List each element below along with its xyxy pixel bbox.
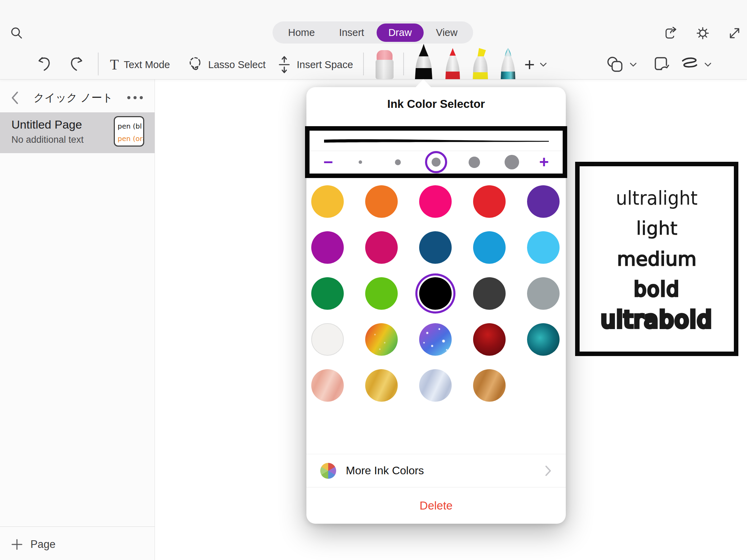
ink-color-swatch-rainbow-glitter[interactable] [365,323,398,356]
ink-color-swatch-teal-marble[interactable] [527,323,560,356]
thickness-dot-fill [395,159,401,165]
galaxy-pen-tool[interactable] [496,46,520,79]
page-thumbnail: pen (bl pen (ora [114,116,144,147]
ink-color-swatch-raspberry[interactable] [365,231,398,264]
ink-color-swatch-pink[interactable] [419,185,452,218]
ink-color-swatch-black[interactable] [419,277,452,310]
ellipsis-icon[interactable] [127,96,143,99]
undo-icon[interactable] [36,55,53,74]
more-ink-colors-row[interactable]: More Ink Colors [306,454,566,487]
thumb-line-black: pen (bl [118,120,143,132]
add-pen-button[interactable]: + [524,50,547,79]
toolbar-divider [363,53,364,75]
ink-color-swatch-lime-green[interactable] [365,277,398,310]
thickness-dot-3[interactable] [425,151,447,173]
delete-label: Delete [419,499,452,512]
insert-space-icon [277,55,292,74]
increase-thickness-button[interactable]: + [539,154,549,170]
popup-title: Ink Color Selector [306,97,566,111]
ink-color-swatch-dark-gray[interactable] [473,277,506,310]
ink-color-swatch-sky-blue[interactable] [527,231,560,264]
thickness-dot-fill [469,157,480,168]
weight-sample-bold: bold [634,274,680,305]
chevron-down-icon [540,62,547,67]
tab-insert[interactable]: Insert [327,24,376,42]
text-mode-icon: T [110,57,119,72]
ink-color-swatch-purple[interactable] [527,185,560,218]
add-page-label: Page [30,538,55,551]
weight-sample-light: light [636,213,677,244]
notebook-title: クイック ノート [19,91,127,105]
ink-replay-button[interactable] [680,50,712,79]
chevron-down-icon [704,62,712,67]
page-subtitle: No additional text [11,134,84,145]
red-pen-tool[interactable] [441,46,465,79]
eraser-tool[interactable] [372,46,397,79]
yellow-highlighter-tool[interactable] [468,46,492,79]
decrease-thickness-button[interactable]: − [323,154,333,170]
ribbon-tab-bar: HomeInsertDrawView [273,21,473,44]
weight-sample-medium: medium [617,244,697,274]
weight-sample-ultralight: ultralight [616,182,698,214]
ink-color-swatch-red-marble[interactable] [473,323,506,356]
thickness-selector: − + [310,151,563,173]
ink-color-swatch-gold[interactable] [365,369,398,402]
plus-icon [11,539,23,550]
thickness-dot-2[interactable] [388,152,408,172]
popup-caret [415,79,431,87]
shapes-icon [606,56,625,74]
search-icon[interactable] [9,26,24,41]
ink-color-swatch-yellow[interactable] [311,185,344,218]
text-mode-button[interactable]: T Text Mode [110,50,170,79]
chevron-down-icon [629,62,637,67]
page-list-item-selected[interactable]: Untitled Page No additional text pen (bl… [0,112,155,153]
weight-sample-ultrabold: ultrabold [601,305,712,335]
add-pen-icon: + [524,56,535,74]
sidebar-divider [0,526,155,527]
ink-color-grid [311,185,560,402]
sidebar-header: クイック ノート [0,83,155,112]
tab-home[interactable]: Home [276,24,326,42]
redo-icon[interactable] [68,55,85,74]
thickness-dot-5[interactable] [502,152,522,172]
delete-pen-button[interactable]: Delete [306,487,566,524]
tab-draw[interactable]: Draw [377,24,424,42]
ink-color-swatch-magenta[interactable] [311,231,344,264]
insert-space-label: Insert Space [297,59,353,71]
page-title: Untitled Page [11,118,82,131]
ink-note-icon[interactable] [652,55,671,73]
top-chrome: HomeInsertDrawView [0,0,747,80]
stroke-size-section: − + [305,126,567,178]
thumb-line-orange: pen (ora [118,132,143,145]
stroke-weight-sample-box: ultralightlightmediumboldultrabold [575,162,738,356]
tab-view[interactable]: View [424,24,469,42]
ink-color-swatch-orange[interactable] [365,185,398,218]
expand-icon[interactable] [726,25,743,41]
back-chevron-icon[interactable] [10,91,19,105]
ink-color-swatch-rose-gold[interactable] [311,369,344,402]
thickness-dot-fill [505,155,519,169]
ink-color-swatch-gray[interactable] [527,277,560,310]
thickness-dot-4[interactable] [464,152,485,172]
lasso-icon [187,56,203,74]
ink-color-swatch-silver[interactable] [419,369,452,402]
toolbar-divider [98,53,99,75]
black-pen-tool[interactable] [412,43,436,79]
shapes-button[interactable] [606,50,637,79]
insert-space-button[interactable]: Insert Space [277,50,353,79]
ink-color-swatch-cerulean[interactable] [473,231,506,264]
thickness-dot-1[interactable] [350,152,370,172]
ink-color-swatch-copper[interactable] [473,369,506,402]
lasso-select-button[interactable]: Lasso Select [187,50,266,79]
settings-gear-icon[interactable] [694,25,711,41]
scribble-icon [680,56,699,73]
share-icon[interactable] [663,25,679,41]
ink-color-swatch-red[interactable] [473,185,506,218]
ink-color-swatch-green[interactable] [311,277,344,310]
color-wheel-icon [320,463,336,479]
ink-color-swatch-white[interactable] [311,323,344,356]
ink-color-swatch-navy-blue[interactable] [419,231,452,264]
ink-color-swatch-galaxy[interactable] [419,323,452,356]
add-page-button[interactable]: Page [0,532,155,557]
toolbar-divider [403,53,404,75]
